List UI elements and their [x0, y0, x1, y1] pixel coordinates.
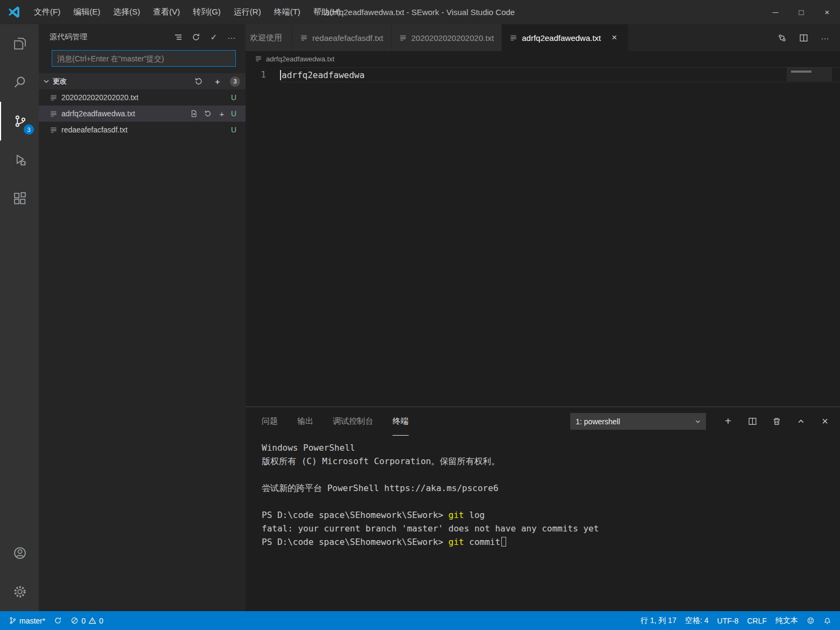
sidebar-actions: ✓ ···	[172, 31, 238, 44]
scm-file-row[interactable]: 2020202020202020.txt U	[39, 89, 246, 106]
statusbar-language[interactable]: 纯文本	[771, 611, 802, 630]
list-tree-icon	[174, 33, 183, 41]
statusbar-feedback[interactable]	[802, 611, 819, 630]
gear-icon	[12, 584, 27, 599]
menu-go[interactable]: 转到(G)	[186, 0, 227, 24]
breadcrumb-item-file[interactable]: adrfq2eadfawedwa.txt	[266, 55, 334, 63]
eol-label: CRLF	[747, 617, 767, 625]
close-panel-button[interactable]: ×	[818, 415, 831, 428]
terminal-instance-select[interactable]: 1: powershell	[570, 413, 706, 430]
terminal-blank-line	[262, 495, 829, 508]
editor-region: 欢迎使用 redaeafefacfasdf.txt 20202020202020…	[246, 24, 840, 611]
commit-message-input[interactable]	[52, 50, 236, 67]
discard-changes-button[interactable]	[203, 109, 213, 118]
editor-more-actions-button[interactable]: ···	[818, 31, 831, 44]
tab-label: 欢迎使用	[250, 33, 282, 43]
statusbar-cursor-position[interactable]: 行 1, 列 17	[636, 611, 681, 630]
sync-icon	[54, 617, 62, 625]
menu-terminal[interactable]: 终端(T)	[268, 0, 307, 24]
file-icon	[399, 34, 407, 42]
explorer-icon	[12, 36, 27, 51]
statusbar-indentation[interactable]: 空格: 4	[681, 611, 713, 630]
minimap[interactable]	[787, 67, 832, 81]
tab-adrfq2eadfawedwa-active[interactable]: adrfq2eadfawedwa.txt ×	[502, 24, 628, 51]
statusbar-branch[interactable]: master*	[4, 611, 50, 630]
maximize-button[interactable]: □	[788, 0, 814, 24]
line-number: 1	[246, 67, 266, 82]
code-line-current: adrfq2eadfawedwa	[280, 67, 840, 82]
tab-welcome[interactable]: 欢迎使用	[246, 24, 292, 51]
panel-tab-problems[interactable]: 问题	[262, 407, 278, 436]
open-changes-button[interactable]	[775, 31, 788, 44]
stage-file-button[interactable]: +	[217, 109, 227, 118]
menu-edit[interactable]: 编辑(E)	[67, 0, 107, 24]
tab-redaeafefacfasdf[interactable]: redaeafefacfasdf.txt	[292, 24, 391, 51]
activity-settings[interactable]	[0, 572, 39, 611]
stage-all-button[interactable]: +	[211, 75, 224, 88]
editor[interactable]: 1 adrfq2eadfawedwa	[246, 66, 840, 407]
terminal-line: 尝试新的跨平台 PowerShell https://aka.ms/pscore…	[262, 481, 829, 495]
activity-source-control[interactable]: 3	[0, 102, 39, 141]
main-body: 3	[0, 24, 840, 611]
panel-actions: 1: powershell + ×	[570, 413, 831, 430]
menu-run[interactable]: 运行(R)	[227, 0, 268, 24]
maximize-panel-button[interactable]	[794, 415, 807, 428]
new-terminal-button[interactable]: +	[722, 415, 734, 428]
activity-bar-bottom	[0, 534, 39, 611]
scm-file-row-selected[interactable]: adrfq2eadfawedwa.txt + U	[39, 106, 246, 122]
panel-tab-output[interactable]: 输出	[297, 407, 313, 436]
window-controls: ─ □ ×	[762, 0, 840, 24]
warning-count: 0	[99, 617, 103, 625]
panel-tab-debug-console[interactable]: 调试控制台	[333, 407, 373, 436]
activity-run-debug[interactable]	[0, 141, 39, 179]
activity-bar: 3	[0, 24, 39, 611]
source-control-panel: 源代码管理 ✓ ··· 更改	[39, 24, 246, 611]
scm-badge: 3	[24, 124, 34, 135]
sidebar-header: 源代码管理 ✓ ···	[39, 24, 246, 50]
terminal-line: fatal: your current branch 'master' does…	[262, 522, 829, 535]
file-icon	[255, 55, 262, 62]
activity-extensions[interactable]	[0, 179, 39, 218]
menu-selection[interactable]: 选择(S)	[107, 0, 146, 24]
panel-tab-terminal[interactable]: 终端	[393, 407, 409, 436]
panel-header: 问题 输出 调试控制台 终端 1: powershell +	[246, 407, 840, 436]
statusbar-eol[interactable]: CRLF	[743, 611, 771, 630]
changes-section-header[interactable]: 更改 + 3	[39, 73, 246, 89]
split-editor-button[interactable]	[797, 31, 810, 44]
feedback-smiley-icon	[807, 617, 815, 625]
terminal-blank-line	[262, 468, 829, 481]
terminal-output[interactable]: Windows PowerShell 版权所有 (C) Microsoft Co…	[246, 436, 840, 611]
statusbar-notifications[interactable]	[819, 611, 836, 630]
activity-account[interactable]	[0, 534, 39, 572]
menu-file[interactable]: 文件(F)	[27, 0, 67, 24]
minimize-button[interactable]: ─	[762, 0, 788, 24]
file-icon	[50, 94, 58, 102]
view-as-tree-button[interactable]	[172, 31, 185, 44]
close-window-button[interactable]: ×	[814, 0, 840, 24]
code-area[interactable]: adrfq2eadfawedwa	[280, 66, 840, 407]
chevron-up-icon	[796, 417, 806, 426]
editor-caret	[280, 70, 281, 80]
kill-terminal-button[interactable]	[770, 415, 783, 428]
commit-button[interactable]: ✓	[207, 31, 220, 44]
trash-icon	[772, 417, 781, 426]
menu-view[interactable]: 查看(V)	[146, 0, 186, 24]
discard-all-button[interactable]	[192, 75, 205, 88]
tab-2020202020202020[interactable]: 2020202020202020.txt	[391, 24, 502, 51]
activity-search[interactable]	[0, 63, 39, 102]
breadcrumbs: adrfq2eadfawedwa.txt	[246, 51, 840, 66]
split-terminal-button[interactable]	[746, 415, 759, 428]
scm-file-row[interactable]: redaeafefacfasdf.txt U	[39, 122, 246, 138]
more-actions-button[interactable]: ···	[225, 31, 238, 44]
statusbar-problems[interactable]: 0 0	[66, 611, 108, 630]
terminal-line: Windows PowerShell	[262, 441, 829, 454]
statusbar-sync[interactable]	[50, 611, 66, 630]
activity-explorer[interactable]	[0, 24, 39, 63]
open-file-button[interactable]	[189, 109, 199, 118]
git-compare-icon	[778, 33, 787, 43]
sidebar-title: 源代码管理	[50, 32, 87, 42]
refresh-button[interactable]	[190, 31, 202, 44]
statusbar-encoding[interactable]: UTF-8	[713, 611, 743, 630]
close-tab-button[interactable]: ×	[608, 32, 620, 44]
file-icon	[50, 110, 58, 118]
